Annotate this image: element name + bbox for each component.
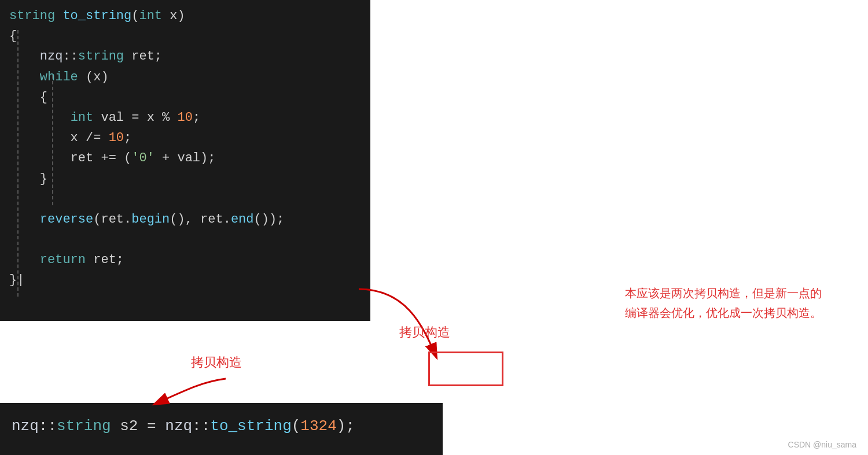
code-line-5: { — [9, 87, 361, 108]
code-line-14: } | — [9, 270, 361, 290]
code-line-9: } — [9, 169, 361, 189]
annotation-text: 本应该是两次拷贝构造，但是新一点的 编译器会优化，优化成一次拷贝构造。 — [625, 283, 822, 323]
label-top-copy-construct: 拷贝构造 — [399, 324, 450, 341]
fn-to-string: to_string — [62, 6, 131, 26]
vertical-line-inner — [52, 75, 53, 205]
code-line-11: reverse (ret. begin (), ret. end ()); — [9, 209, 361, 230]
keyword-int: int — [139, 6, 162, 26]
code-line-10 — [9, 189, 361, 209]
csdn-watermark: CSDN @niu_sama — [788, 440, 856, 449]
code-line-13: return ret; — [9, 250, 361, 270]
label-bottom-copy-construct: 拷贝构造 — [191, 354, 242, 371]
code-line-3: nzq :: string ret; — [9, 46, 361, 66]
vertical-line-outer — [17, 30, 19, 297]
code-line-1: string to_string ( int x) — [9, 6, 361, 26]
code-line-6: int val = x % 10 ; — [9, 108, 361, 128]
keyword-string: string — [9, 6, 55, 26]
code-line-2: { — [9, 26, 361, 46]
code-line-bottom: nzq :: string s2 = nzq :: to_string ( 13… — [12, 415, 431, 439]
code-line-8: ret += ( '0' + val); — [9, 148, 361, 168]
code-block-top: string to_string ( int x) { nzq :: strin… — [0, 0, 370, 321]
code-line-4: while (x) — [9, 67, 361, 87]
copy-construct-rect — [428, 352, 503, 386]
code-line-7: x /= 10 ; — [9, 128, 361, 148]
code-block-bottom: nzq :: string s2 = nzq :: to_string ( 13… — [0, 403, 443, 455]
code-line-12 — [9, 230, 361, 250]
